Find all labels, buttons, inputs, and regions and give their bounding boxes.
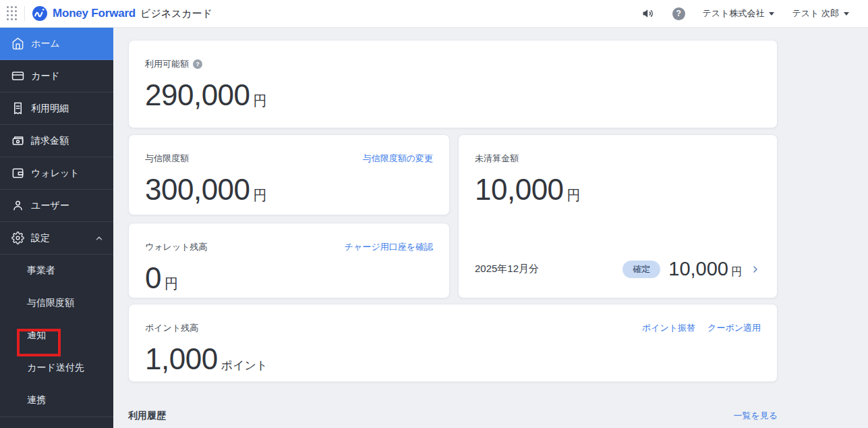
moneyforward-logo-icon <box>32 5 48 22</box>
period-amount-unit: 円 <box>731 265 742 279</box>
company-menu[interactable]: テスト株式会社 <box>703 7 775 20</box>
unsettled-amount-value: 10,000 <box>475 173 564 207</box>
settings-subitems: 事業者 与信限度額 通知 カード送付先 連携 <box>0 255 113 417</box>
sidebar-item-label: カード <box>31 70 60 82</box>
unsettled-period-row[interactable]: 2025年12月分 確定 10,000 円 <box>475 258 761 280</box>
unsettled-amount-card: 未清算金額 10,000 円 2025年12月分 確定 10,000 円 <box>458 134 778 298</box>
sidebar-subitem-label: 事業者 <box>27 265 55 277</box>
wallet-balance-card: ウォレット残高 チャージ用口座を確認 0 円 <box>128 223 450 298</box>
sidebar-subitem-notifications[interactable]: 通知 <box>0 319 113 352</box>
user-menu-label: テスト 次郎 <box>792 7 839 20</box>
company-menu-label: テスト株式会社 <box>703 7 765 20</box>
period-amount-value: 10,000 <box>668 258 728 280</box>
product-name: ビジネスカード <box>140 7 212 20</box>
points-balance-unit: ポイント <box>221 358 268 373</box>
charge-account-link[interactable]: チャージ用口座を確認 <box>345 241 433 253</box>
unsettled-amount-label: 未清算金額 <box>475 153 519 165</box>
available-amount-value: 290,000 <box>145 78 250 112</box>
sidebar: ホーム カード 利用明細 請求金額 <box>0 28 113 428</box>
help-glyph: ? <box>196 61 200 68</box>
available-amount-unit: 円 <box>254 92 267 110</box>
sidebar-subitem-business[interactable]: 事業者 <box>0 255 113 287</box>
sidebar-item-label: ユーザー <box>31 200 69 212</box>
home-icon <box>11 37 24 50</box>
megaphone-icon[interactable] <box>641 7 655 20</box>
points-transfer-link[interactable]: ポイント振替 <box>642 322 695 334</box>
billing-icon <box>11 134 24 147</box>
gear-icon <box>11 232 24 244</box>
sidebar-item-statements[interactable]: 利用明細 <box>0 92 113 125</box>
credit-limit-label: 与信限度額 <box>145 153 189 165</box>
sidebar-subitem-label: 連携 <box>27 394 46 406</box>
credit-limit-value: 300,000 <box>145 173 250 207</box>
available-amount-card: 利用可能額 ? 290,000 円 <box>128 40 778 128</box>
app-root: Money Forward ビジネスカード ? テスト株式会社 テスト 次郎 <box>0 0 868 428</box>
sidebar-item-home[interactable]: ホーム <box>0 28 113 60</box>
help-icon[interactable]: ? <box>672 7 685 20</box>
statement-icon <box>11 102 24 115</box>
chevron-right-icon[interactable] <box>750 264 761 275</box>
period-label: 2025年12月分 <box>475 263 539 275</box>
wallet-balance-value: 0 <box>145 261 161 295</box>
brand-name: Money Forward <box>53 7 136 20</box>
caret-down-icon <box>844 12 849 16</box>
wallet-balance-label: ウォレット残高 <box>145 241 208 253</box>
sidebar-subitem-label: 通知 <box>27 329 46 342</box>
points-balance-value: 1,000 <box>145 342 218 376</box>
sidebar-item-cards[interactable]: カード <box>0 60 113 92</box>
credit-limit-change-link[interactable]: 与信限度額の変更 <box>363 153 433 165</box>
help-glyph: ? <box>676 9 681 18</box>
sidebar-subitem-card-shipping[interactable]: カード送付先 <box>0 352 113 384</box>
chevron-up-icon <box>94 234 104 243</box>
app-launcher-grid-icon[interactable] <box>7 6 18 21</box>
sidebar-item-label: ホーム <box>31 38 60 50</box>
sidebar-item-users[interactable]: ユーザー <box>0 190 113 222</box>
credit-limit-unit: 円 <box>254 186 267 205</box>
wallet-balance-unit: 円 <box>165 275 178 293</box>
help-icon-small[interactable]: ? <box>193 59 202 69</box>
usage-history-section: 利用履歴 一覧を見る <box>128 410 778 422</box>
available-amount-label: 利用可能額 <box>145 58 189 70</box>
sidebar-item-label: ウォレット <box>31 167 80 180</box>
brand-logo[interactable]: Money Forward ビジネスカード <box>32 5 212 22</box>
user-menu[interactable]: テスト 次郎 <box>792 7 849 20</box>
coupon-apply-link[interactable]: クーポン適用 <box>707 322 761 334</box>
usage-history-title: 利用履歴 <box>128 410 166 422</box>
view-all-link[interactable]: 一覧を見る <box>733 410 778 422</box>
sidebar-subitem-label: カード送付先 <box>27 362 84 374</box>
points-balance-card: ポイント残高 ポイント振替 クーポン適用 1,000 ポイント <box>128 304 778 382</box>
credit-card-icon <box>11 70 24 82</box>
wallet-icon <box>11 167 24 180</box>
credit-limit-card: 与信限度額 与信限度額の変更 300,000 円 <box>128 134 450 215</box>
main-content: 利用可能額 ? 290,000 円 与信限度額 与信限度額の変更 300,000… <box>113 28 868 428</box>
sidebar-item-label: 請求金額 <box>31 135 69 147</box>
sidebar-subitem-label: 与信限度額 <box>27 297 74 309</box>
sidebar-item-billing[interactable]: 請求金額 <box>0 125 113 157</box>
points-balance-label: ポイント残高 <box>145 322 198 334</box>
sidebar-item-label: 設定 <box>31 232 50 244</box>
sidebar-item-wallet[interactable]: ウォレット <box>0 157 113 190</box>
unsettled-amount-unit: 円 <box>567 186 581 205</box>
sidebar-subitem-credit-limit[interactable]: 与信限度額 <box>0 287 113 319</box>
sidebar-subitem-integrations[interactable]: 連携 <box>0 384 113 417</box>
sidebar-item-settings[interactable]: 設定 <box>0 222 113 255</box>
status-badge: 確定 <box>623 261 660 278</box>
caret-down-icon <box>769 12 774 16</box>
header-divider <box>24 6 25 21</box>
sidebar-item-label: 利用明細 <box>31 103 69 115</box>
top-header: Money Forward ビジネスカード ? テスト株式会社 テスト 次郎 <box>0 0 868 28</box>
user-icon <box>11 199 24 212</box>
